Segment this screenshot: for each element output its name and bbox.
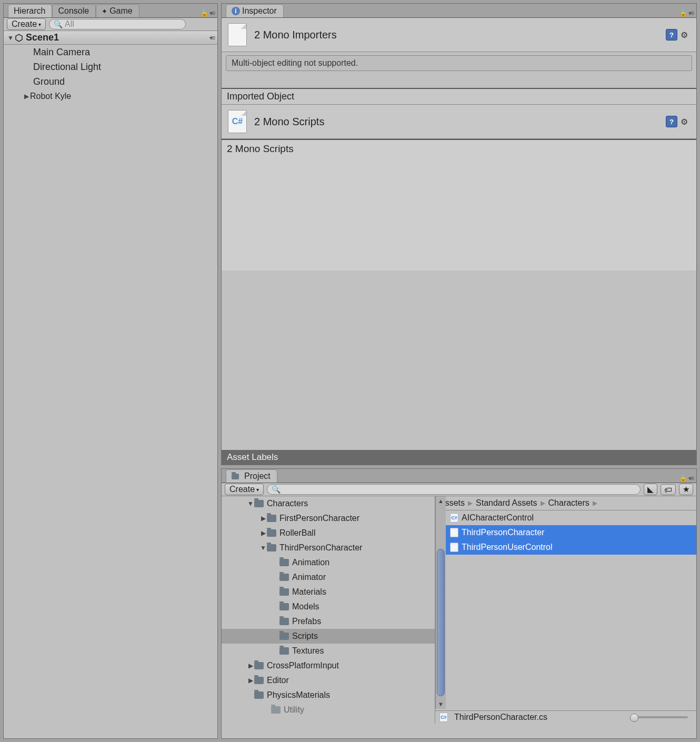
folder-icon — [267, 529, 276, 537]
project-search[interactable]: 🔍 — [267, 484, 641, 495]
chevron-right-icon: ▶ — [468, 499, 473, 507]
scene-header[interactable]: ▼ Scene1 ▾≡ — [4, 31, 217, 45]
inspector-title: 2 Mono Importers — [254, 29, 337, 41]
folder-icon — [279, 603, 289, 610]
mono-scripts-header: C# 2 Mono Scripts ? ⚙ — [222, 105, 696, 139]
csharp-file-icon: C# — [228, 110, 247, 133]
folder-icon — [254, 691, 264, 699]
panel-menu-icon[interactable]: ▾≡ — [209, 9, 214, 17]
tree-item[interactable]: Materials — [222, 585, 435, 599]
tab-hierarchy[interactable]: Hierarch — [8, 4, 52, 17]
project-tree: ▼Characters ▶FirstPersonCharacter ▶Rolle… — [222, 496, 435, 724]
folder-icon — [279, 574, 289, 581]
crumb[interactable]: Standard Assets — [476, 498, 537, 508]
foldout-icon[interactable]: ▶ — [247, 659, 254, 672]
tree-item[interactable]: Models — [222, 599, 435, 614]
folder-icon — [267, 544, 276, 552]
folder-icon — [271, 706, 281, 714]
tree-item-characters[interactable]: ▼Characters — [222, 496, 435, 511]
filter-label-button[interactable]: 🏷 — [661, 484, 676, 495]
tree-item[interactable]: ▶CrossPlatformInput — [222, 658, 435, 673]
lock-icon[interactable]: 🔒 — [679, 9, 686, 17]
folder-icon — [279, 588, 289, 596]
hierarchy-item[interactable]: ▶Robot Kyle — [4, 89, 217, 104]
lock-icon[interactable]: 🔒 — [200, 9, 207, 17]
scene-name: Scene1 — [26, 32, 59, 43]
search-icon: 🔍 — [54, 20, 63, 28]
panel-menu-icon[interactable]: ▾≡ — [688, 475, 693, 482]
gear-icon[interactable]: ⚙ — [681, 117, 690, 126]
tab-project[interactable]: Project — [226, 469, 277, 483]
create-button[interactable]: Create▾ — [7, 18, 46, 30]
foldout-icon[interactable]: ▶ — [23, 90, 30, 103]
scene-menu-icon[interactable]: ▾≡ — [209, 34, 214, 42]
tree-item[interactable]: Animation — [222, 555, 435, 570]
chevron-right-icon: ▶ — [541, 499, 545, 507]
hierarchy-tabs: Hierarch Console ✦Game 🔒 ▾≡ — [4, 4, 217, 17]
help-icon[interactable]: ? — [666, 116, 677, 127]
folder-icon — [267, 515, 276, 522]
unity-icon: ✦ — [102, 7, 107, 15]
inspector-tabs: iInspector 🔒 ▾≡ — [222, 4, 696, 17]
inspector-body: 2 Mono Scripts — [222, 139, 696, 270]
scroll-thumb[interactable] — [437, 549, 445, 696]
tree-item[interactable]: Utility — [222, 703, 435, 717]
tree-item[interactable]: PhysicsMaterials — [222, 688, 435, 703]
tree-item[interactable]: ▼ThirdPersonCharacter — [222, 540, 435, 555]
lock-icon[interactable]: 🔒 — [679, 474, 686, 483]
scroll-down-icon[interactable]: ▼ — [436, 699, 446, 709]
create-button[interactable]: Create▾ — [225, 484, 264, 495]
foldout-icon[interactable]: ▼ — [7, 34, 14, 42]
hierarchy-tree: Main Camera Directional Light Ground ▶Ro… — [4, 45, 217, 104]
breadcrumbs: Assets▶ Standard Assets▶ Characters▶ — [435, 496, 696, 510]
selected-file-label: ThirdPersonCharacter.cs — [454, 713, 547, 722]
tree-item[interactable]: ▶RollerBall — [222, 526, 435, 540]
project-tabs: Project 🔒 ▾≡ — [222, 469, 696, 483]
tree-scrollbar[interactable]: ▲ ▼ — [435, 496, 446, 709]
project-toolbar: Create▾ 🔍 ◣ 🏷 ★ — [222, 483, 696, 496]
foldout-icon[interactable]: ▼ — [247, 497, 254, 510]
project-files: Assets▶ Standard Assets▶ Characters▶ C#A… — [435, 496, 696, 724]
tree-item[interactable]: ▶Editor — [222, 673, 435, 688]
hierarchy-search[interactable]: 🔍All — [49, 19, 186, 29]
tree-item[interactable]: ▶FirstPersonCharacter — [222, 511, 435, 526]
tab-inspector[interactable]: iInspector — [226, 4, 284, 17]
crumb[interactable]: Characters — [548, 498, 589, 508]
csharp-icon: C# — [450, 513, 458, 523]
file-icon — [228, 23, 247, 46]
foldout-icon[interactable]: ▶ — [259, 527, 267, 539]
project-status-bar: C# ThirdPersonCharacter.cs — [435, 710, 696, 724]
scroll-up-icon[interactable]: ▲ — [436, 496, 446, 506]
file-item[interactable]: C#ThirdPersonCharacter — [435, 525, 696, 540]
folder-icon — [279, 633, 289, 640]
project-panel: Project 🔒 ▾≡ Create▾ 🔍 ◣ 🏷 ★ ▼Characters… — [221, 468, 697, 739]
mono-scripts-title: 2 Mono Scripts — [254, 116, 324, 128]
tree-item[interactable]: Textures — [222, 644, 435, 658]
csharp-icon: C# — [439, 713, 448, 722]
file-item[interactable]: C#ThirdPersonUserControl — [435, 540, 696, 555]
tab-console[interactable]: Console — [52, 4, 96, 17]
thumbnail-size-slider[interactable] — [630, 716, 688, 718]
warning-message: Multi-object editing not supported. — [226, 55, 692, 71]
foldout-icon[interactable]: ▶ — [259, 512, 267, 525]
gear-icon[interactable]: ⚙ — [681, 30, 690, 39]
hierarchy-item[interactable]: Main Camera — [4, 45, 217, 59]
csharp-icon: C# — [450, 528, 458, 537]
foldout-icon[interactable]: ▼ — [259, 542, 267, 554]
tree-item[interactable]: Prefabs — [222, 614, 435, 629]
tree-item-scripts[interactable]: Scripts — [222, 629, 435, 644]
panel-menu-icon[interactable]: ▾≡ — [688, 9, 693, 17]
file-item[interactable]: C#AICharacterControl — [435, 510, 696, 525]
hierarchy-item[interactable]: Ground — [4, 74, 217, 89]
foldout-icon[interactable]: ▶ — [247, 674, 254, 687]
favorite-button[interactable]: ★ — [679, 484, 693, 495]
hierarchy-item[interactable]: Directional Light — [4, 59, 217, 74]
tree-item[interactable]: Animator — [222, 570, 435, 585]
tab-game[interactable]: ✦Game — [96, 4, 139, 17]
search-icon: 🔍 — [272, 485, 281, 494]
asset-labels-bar[interactable]: Asset Labels — [222, 450, 696, 465]
hierarchy-panel: Hierarch Console ✦Game 🔒 ▾≡ Create▾ 🔍All… — [3, 3, 218, 739]
filter-type-button[interactable]: ◣ — [644, 484, 657, 495]
folder-icon — [279, 559, 289, 566]
help-icon[interactable]: ? — [666, 29, 677, 41]
